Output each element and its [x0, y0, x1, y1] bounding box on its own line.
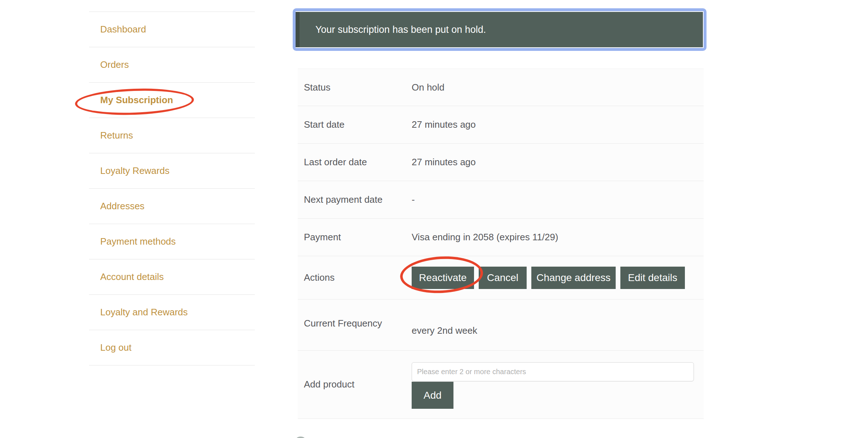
- sidebar-item-loyalty-and-rewards[interactable]: Loyalty and Rewards: [89, 295, 255, 330]
- on-hold-notice-body: Your subscription has been put on hold.: [296, 11, 704, 48]
- sidebar-item-returns[interactable]: Returns: [89, 118, 255, 153]
- sidebar-item-orders[interactable]: Orders: [89, 47, 255, 83]
- table-row-start-date: Start date 27 minutes ago: [298, 106, 704, 144]
- add-product-button[interactable]: Add: [412, 382, 453, 409]
- next-payment-date-label: Next payment date: [298, 194, 412, 205]
- sidebar-link-log-out[interactable]: Log out: [100, 342, 132, 353]
- last-order-date-label: Last order date: [298, 157, 412, 168]
- next-payment-date-value: -: [412, 194, 704, 205]
- table-row-add-product: Add product Add: [298, 351, 704, 419]
- status-label: Status: [298, 82, 412, 93]
- change-address-button[interactable]: Change address: [531, 267, 616, 289]
- current-frequency-value: every 2nd week: [412, 299, 704, 350]
- cancel-button[interactable]: Cancel: [479, 267, 527, 289]
- sidebar-item-addresses[interactable]: Addresses: [89, 189, 255, 224]
- sidebar-link-returns[interactable]: Returns: [100, 130, 133, 141]
- table-row-actions: Actions Reactivate Cancel Change address…: [298, 256, 704, 299]
- sidebar-link-loyalty-and-rewards[interactable]: Loyalty and Rewards: [100, 307, 188, 318]
- payment-label: Payment: [298, 232, 412, 243]
- add-product-controls: Add: [412, 351, 704, 419]
- sidebar-item-account-details[interactable]: Account details: [89, 259, 255, 295]
- sidebar-link-dashboard[interactable]: Dashboard: [100, 24, 146, 35]
- sidebar-link-loyalty-rewards[interactable]: Loyalty Rewards: [100, 165, 169, 176]
- table-row-status: Status On hold: [298, 69, 704, 106]
- reactivate-button[interactable]: Reactivate: [412, 267, 474, 289]
- sidebar-link-addresses[interactable]: Addresses: [100, 201, 145, 212]
- sidebar-link-account-details[interactable]: Account details: [100, 271, 164, 282]
- table-row-payment: Payment Visa ending in 2058 (expires 11/…: [298, 219, 704, 256]
- table-row-last-order-date: Last order date 27 minutes ago: [298, 144, 704, 181]
- sidebar-link-payment-methods[interactable]: Payment methods: [100, 236, 176, 247]
- sidebar-link-my-subscription[interactable]: My Subscription: [100, 95, 173, 106]
- actions-button-group: Reactivate Cancel Change address Edit de…: [412, 267, 704, 289]
- table-row-next-payment-date: Next payment date -: [298, 181, 704, 219]
- last-order-date-value: 27 minutes ago: [412, 157, 704, 168]
- current-frequency-label: Current Frequency: [298, 299, 412, 350]
- on-hold-notice-banner: Your subscription has been put on hold.: [293, 8, 707, 51]
- sidebar-item-payment-methods[interactable]: Payment methods: [89, 224, 255, 259]
- cutoff-element-bottom: [296, 437, 305, 438]
- start-date-value: 27 minutes ago: [412, 119, 704, 130]
- account-sidebar-nav: Dashboard Orders My Subscription Returns…: [89, 12, 255, 365]
- product-search-input[interactable]: [412, 362, 694, 381]
- sidebar-item-loyalty-rewards[interactable]: Loyalty Rewards: [89, 153, 255, 189]
- sidebar-item-my-subscription[interactable]: My Subscription: [89, 83, 255, 118]
- add-product-label: Add product: [298, 351, 412, 419]
- table-row-current-frequency: Current Frequency every 2nd week: [298, 299, 704, 351]
- payment-method-value: Visa ending in 2058 (expires 11/29): [412, 232, 704, 243]
- notice-message: Your subscription has been put on hold.: [296, 24, 486, 35]
- subscription-details-table: Status On hold Start date 27 minutes ago…: [298, 69, 704, 419]
- actions-label: Actions: [298, 272, 412, 283]
- edit-details-button[interactable]: Edit details: [620, 267, 685, 289]
- sidebar-link-orders[interactable]: Orders: [100, 59, 129, 70]
- status-value: On hold: [412, 82, 704, 93]
- start-date-label: Start date: [298, 119, 412, 130]
- notice-left-accent-bar: [296, 12, 300, 47]
- account-page: Dashboard Orders My Subscription Returns…: [0, 0, 868, 438]
- sidebar-item-log-out[interactable]: Log out: [89, 330, 255, 365]
- sidebar-item-dashboard[interactable]: Dashboard: [89, 12, 255, 47]
